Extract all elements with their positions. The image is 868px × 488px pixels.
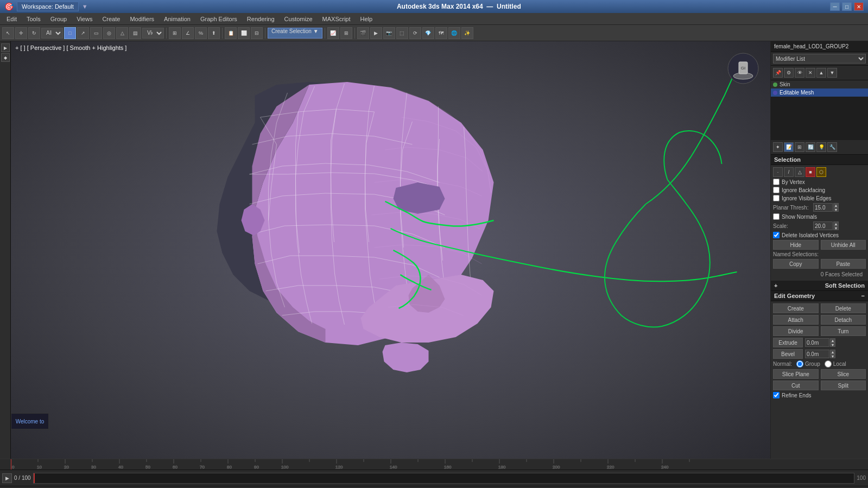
slice-btn[interactable]: Slice [821,369,866,379]
viewport[interactable]: + [ ] [ Perspective ] [ Smooth + Highlig… [11,41,770,459]
ls-key[interactable]: ◆ [1,53,10,62]
paste-btn[interactable]: Paste [821,259,866,269]
minimize-button[interactable]: ─ [830,2,840,11]
bevel-up[interactable]: ▲ [830,350,835,354]
unhide-all-btn[interactable]: Unhide All [821,240,866,250]
local-radio[interactable] [825,360,832,367]
element-icon[interactable]: ⬡ [816,167,826,177]
panel-motion-icon[interactable]: 🔄 [806,142,815,152]
slice-plane-btn[interactable]: Slice Plane [773,369,819,379]
graph-editors-btn[interactable]: 📈 [327,27,339,39]
menu-tools[interactable]: Tools [22,15,45,23]
ignore-visible-check[interactable] [773,195,780,201]
snap-toggle[interactable]: ⊞ [169,27,181,39]
menu-group[interactable]: Group [46,15,72,23]
mod-pin-icon[interactable]: 📌 [773,68,783,78]
mod-up-icon[interactable]: ▲ [816,68,826,78]
menu-edit[interactable]: Edit [2,15,21,23]
soft-selection-header[interactable]: + Soft Selection [771,281,868,291]
select-object-btn[interactable]: □ [64,27,76,39]
split-btn[interactable]: Split [821,381,866,390]
bevel-down[interactable]: ▼ [830,354,835,358]
bevel-btn[interactable]: Bevel [773,349,803,359]
divide-btn[interactable]: Divide [773,326,819,336]
move-tool[interactable]: ✛ [15,27,27,39]
hide-btn[interactable]: Hide [773,240,819,250]
timeline-track[interactable] [33,473,855,484]
edit-geometry-header[interactable]: Edit Geometry − [771,291,868,301]
mode-dropdown[interactable]: All [41,28,63,39]
mod-delete-icon[interactable]: ✕ [806,68,815,78]
show-normals-check[interactable] [773,213,780,220]
planar-thresh-up[interactable]: ▲ [833,203,839,207]
map-browser[interactable]: 🗺 [435,27,447,39]
vertex-icon[interactable]: · [773,167,783,177]
create-btn[interactable]: Create [773,303,819,313]
panel-hierarchy-icon[interactable]: ⊞ [795,142,804,152]
modifier-dropdown[interactable]: Modifier List [773,54,866,64]
turn-btn[interactable]: Turn [821,326,866,336]
viewport-label[interactable]: + [ ] [ Perspective ] [ Smooth + Highlig… [15,45,126,51]
menu-help[interactable]: Help [356,15,377,23]
panel-modify-icon[interactable]: 📝 [784,142,794,152]
panel-utilities-icon[interactable]: 🔧 [827,142,837,152]
tool4[interactable]: ◎ [103,27,115,39]
select-tool[interactable]: ↖ [2,27,14,39]
menu-create[interactable]: Create [98,15,124,23]
face-icon[interactable]: △ [795,167,804,177]
menu-animation[interactable]: Animation [160,15,195,23]
menu-modifiers[interactable]: Modifiers [125,15,159,23]
rotate-tool[interactable]: ↻ [28,27,40,39]
panel-display-icon[interactable]: 💡 [816,142,826,152]
extrude-btn[interactable]: Extrude [773,338,803,347]
menu-graph-editors[interactable]: Graph Editors [196,15,242,23]
detach-btn[interactable]: Detach [821,315,866,325]
poly-icon[interactable]: ■ [806,167,815,177]
bevel-input[interactable]: 0.0m [805,350,829,358]
menu-maxscript[interactable]: MAXScript [318,15,355,23]
viewport-dropdown[interactable]: View [142,28,164,39]
tool2[interactable]: ↗ [77,27,89,39]
panel-create-icon[interactable]: ✦ [773,142,783,152]
render-region[interactable]: ⬚ [396,27,408,39]
edge-icon[interactable]: / [784,167,794,177]
spinner-snap[interactable]: ⬆ [208,27,220,39]
delete-isolated-check[interactable] [773,232,780,238]
render-effects[interactable]: ✨ [461,27,473,39]
tool6[interactable]: ▤ [129,27,141,39]
maximize-button[interactable]: □ [842,2,852,11]
render-iter[interactable]: ⟳ [409,27,421,39]
tool5[interactable]: △ [116,27,128,39]
workspace-label[interactable]: Workspace: Default [17,2,79,11]
menu-views[interactable]: Views [72,15,97,23]
create-selection-btn[interactable]: Create Selection ▼ [268,28,322,39]
planar-thresh-down[interactable]: ▼ [833,207,839,212]
menu-rendering[interactable]: Rendering [243,15,279,23]
selection-header[interactable]: Selection [771,155,868,165]
workspace-arrow[interactable]: ▼ [82,3,88,10]
edit-named-sel[interactable]: 📋 [225,27,237,39]
mod-show-icon[interactable]: 👁 [795,68,804,78]
close-button[interactable]: ✕ [854,2,864,11]
scale-up[interactable]: ▲ [833,221,839,226]
tool-schematic[interactable]: ⊞ [340,27,352,39]
angle-snap[interactable]: ∠ [182,27,194,39]
extrude-input[interactable]: 0.0m [805,338,829,347]
copy-btn[interactable]: Copy [773,259,819,269]
refine-ends-check[interactable] [773,392,780,398]
ls-play[interactable]: ▶ [1,43,10,52]
modifier-skin[interactable]: Skin [771,80,868,88]
extrude-up[interactable]: ▲ [830,338,835,343]
percent-snap[interactable]: % [195,27,207,39]
delete-btn[interactable]: Delete [821,303,866,313]
render-frame[interactable]: 📷 [383,27,395,39]
mirror-tool[interactable]: ⬜ [238,27,250,39]
scale-input[interactable]: 20.0 [813,221,833,230]
mod-down-icon[interactable]: ▼ [827,68,837,78]
attach-btn[interactable]: Attach [773,315,819,325]
planar-thresh-input[interactable]: 15.0 [813,203,833,212]
modifier-editable-mesh[interactable]: Editable Mesh [771,88,868,97]
scale-down[interactable]: ▼ [833,226,839,230]
extrude-down[interactable]: ▼ [830,343,835,347]
by-vertex-check[interactable] [773,179,780,185]
